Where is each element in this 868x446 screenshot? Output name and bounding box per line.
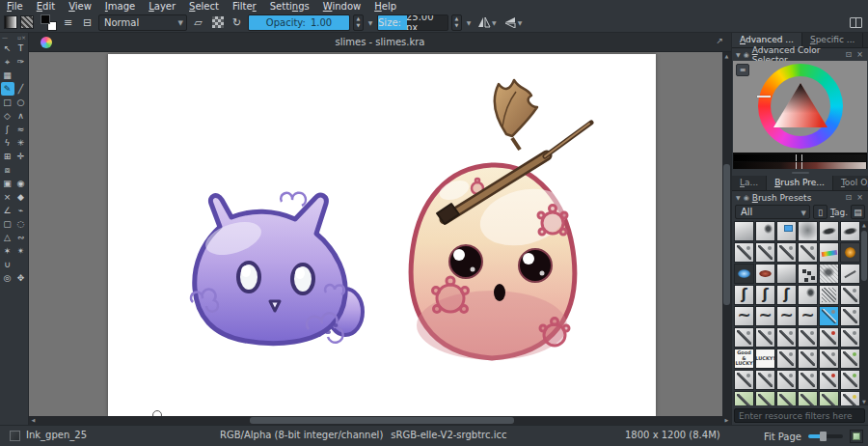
polygon-tool[interactable]: ◇ — [1, 109, 14, 123]
canvas-page[interactable] — [108, 54, 656, 416]
preserve-alpha-button[interactable] — [209, 14, 226, 31]
menu-view[interactable]: View — [62, 0, 98, 13]
text-tool[interactable]: T — [14, 42, 28, 55]
brush-preset-cell[interactable] — [819, 391, 839, 405]
blending-mode-select[interactable]: Normal ▼ — [98, 14, 187, 31]
pan-tool[interactable]: ✥ — [14, 271, 28, 285]
brush-preset-cell[interactable]: Good & LUCKY — [734, 348, 754, 369]
brush-preset-cell[interactable] — [840, 221, 860, 241]
tag-label[interactable]: Tag. — [830, 208, 848, 217]
transform-tool[interactable]: ⧈ — [1, 163, 14, 177]
brush-preset-cell[interactable] — [840, 285, 860, 305]
brush-preset-cell[interactable] — [840, 391, 860, 405]
brush-preset-cell[interactable] — [734, 285, 754, 305]
brush-preset-cell[interactable] — [776, 221, 797, 241]
float-docker-icon[interactable]: ⊡ — [845, 50, 854, 59]
rect-select-tool[interactable]: ▢ — [1, 217, 14, 231]
brush-preset-cell[interactable] — [840, 370, 860, 390]
workspace-chooser-button[interactable] — [848, 14, 864, 31]
brush-preset-cell[interactable] — [755, 306, 775, 326]
tag-button[interactable]: ▯ — [813, 205, 827, 219]
canvas-titlebar[interactable]: slimes - slimes.kra ↗ — [29, 33, 731, 52]
similar-select-tool[interactable]: ✶ — [1, 244, 14, 258]
brush-preset-cell[interactable] — [776, 306, 797, 326]
freehand-path-tool[interactable]: ≈ — [14, 123, 28, 136]
close-docker-icon[interactable]: × — [855, 50, 864, 59]
tab-brushpre[interactable]: Brush Pre... — [767, 176, 833, 190]
foreground-background-colors[interactable] — [41, 14, 57, 31]
brush-preset-cell[interactable] — [798, 391, 818, 405]
brush-preset-cell[interactable] — [776, 242, 797, 263]
scroll-right-icon[interactable]: ▶ — [722, 416, 731, 425]
menu-layer[interactable]: Layer — [142, 0, 182, 13]
collapse-arrow-icon[interactable]: ▼ — [736, 51, 741, 58]
hue-ring[interactable] — [758, 64, 843, 149]
opacity-options-arrow[interactable]: ▼ — [366, 19, 374, 26]
float-docker-icon[interactable]: ⊡ — [845, 193, 854, 202]
zoom-mode-label[interactable]: Fit Page — [764, 432, 801, 442]
menu-settings[interactable]: Settings — [263, 0, 316, 13]
brush-preset-cell[interactable] — [776, 391, 797, 405]
bezier-select-tool[interactable]: ∪ — [1, 258, 14, 271]
brush-preset-cell[interactable] — [819, 327, 839, 348]
menu-filter[interactable]: Filter — [226, 0, 263, 13]
menu-image[interactable]: Image — [98, 0, 142, 13]
scroll-up-icon[interactable]: ▲ — [860, 221, 868, 229]
toolbox-header[interactable]: —▫× — [0, 33, 28, 42]
brush-preset-cell[interactable]: LUCKY! — [755, 348, 775, 369]
brush-preset-cell[interactable] — [755, 221, 775, 241]
brush-preset-cell[interactable] — [840, 264, 860, 284]
brush-preset-cell[interactable] — [819, 221, 839, 241]
zoom-slider-handle[interactable] — [820, 432, 827, 441]
pattern-tool[interactable]: ▦ — [1, 69, 14, 82]
brush-preset-cell[interactable] — [840, 327, 860, 348]
opacity-spinner[interactable]: ▲▼ — [353, 14, 364, 31]
brush-preset-cell[interactable] — [734, 264, 754, 284]
vscroll-handle[interactable] — [723, 164, 730, 305]
polygon-select-tool[interactable]: △ — [1, 231, 14, 244]
move-tool[interactable]: ✛ — [14, 150, 28, 163]
size-spinner[interactable]: ▲▼ — [451, 14, 462, 31]
menu-select[interactable]: Select — [182, 0, 226, 13]
edit-shapes-tool[interactable]: ⌖ — [1, 55, 14, 69]
brush-preset-cell[interactable] — [819, 242, 839, 263]
collapse-arrow-icon[interactable]: ▼ — [736, 194, 741, 201]
zoom-reset-button[interactable] — [850, 430, 863, 443]
hscroll-handle[interactable] — [250, 417, 514, 424]
brush-preset-cell[interactable] — [840, 348, 860, 369]
contiguous-select-tool[interactable]: ✴ — [14, 244, 28, 258]
brush-preset-cell[interactable] — [819, 285, 839, 305]
ellipse-select-tool[interactable]: ◌ — [14, 217, 28, 231]
brush-preset-cell[interactable] — [798, 221, 818, 241]
brush-preset-cell[interactable] — [776, 264, 797, 284]
mirror-vertical-button[interactable]: ▼ — [502, 15, 525, 29]
brush-preset-cell[interactable] — [798, 306, 818, 326]
eraser-mode-button[interactable]: ▱ — [190, 14, 206, 31]
menu-window[interactable]: Window — [316, 0, 367, 13]
shade-strip-2[interactable] — [734, 162, 866, 169]
tab-c[interactable]: C... — [863, 33, 868, 47]
brush-preset-cell[interactable] — [734, 221, 754, 241]
gradient-swatch[interactable] — [4, 15, 17, 29]
color-selector-header[interactable]: ▼ ◉ Advanced Color Selector ⊡ × — [732, 48, 868, 61]
brush-preset-cell[interactable] — [840, 306, 860, 326]
menu-help[interactable]: Help — [367, 0, 403, 13]
brush-preset-cell[interactable] — [819, 264, 839, 284]
opacity-slider[interactable]: Opacity: 1.00 — [248, 14, 350, 31]
gradient-tool[interactable]: ▣ — [1, 177, 14, 190]
brush-presets-button[interactable]: ⊟ — [79, 14, 95, 31]
brush-preset-cell[interactable] — [776, 348, 797, 369]
zoom-slider[interactable] — [808, 434, 843, 438]
color-sampler-tool[interactable]: ◉ — [14, 177, 28, 190]
brush-preset-cell[interactable] — [819, 370, 839, 390]
brush-settings-button[interactable]: ≡ — [60, 14, 76, 31]
brush-preset-cell[interactable] — [798, 348, 818, 369]
brush-preset-cell[interactable] — [776, 285, 797, 305]
reload-preset-button[interactable]: ↻ — [229, 14, 245, 31]
brush-preset-cell[interactable] — [734, 306, 754, 326]
shade-strip-1[interactable] — [734, 154, 866, 161]
menu-edit[interactable]: Edit — [30, 0, 62, 13]
brush-preset-cell[interactable] — [734, 391, 754, 405]
scroll-left-icon[interactable]: ◀ — [29, 416, 38, 425]
float-window-icon[interactable]: ↗ — [716, 36, 723, 45]
